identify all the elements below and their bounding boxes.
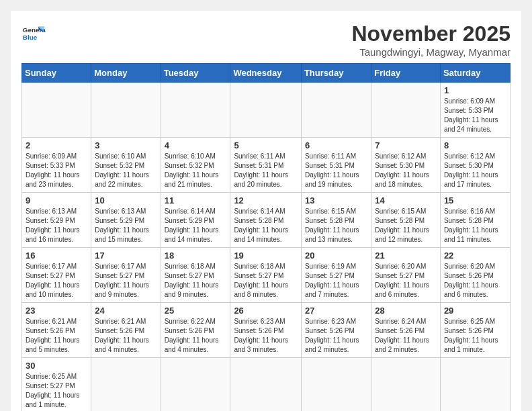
- day-number: 29: [444, 306, 506, 316]
- calendar-cell: 16Sunrise: 6:17 AM Sunset: 5:27 PM Dayli…: [22, 248, 91, 303]
- week-row-3: 9Sunrise: 6:13 AM Sunset: 5:29 PM Daylig…: [22, 193, 511, 248]
- location: Taungdwingyi, Magway, Myanmar: [351, 46, 511, 58]
- cell-daylight-text: Sunrise: 6:17 AM Sunset: 5:27 PM Dayligh…: [95, 262, 157, 300]
- week-row-2: 2Sunrise: 6:09 AM Sunset: 5:33 PM Daylig…: [22, 138, 511, 193]
- cell-daylight-text: Sunrise: 6:09 AM Sunset: 5:33 PM Dayligh…: [26, 152, 87, 189]
- calendar-cell: 24Sunrise: 6:21 AM Sunset: 5:26 PM Dayli…: [91, 303, 161, 358]
- cell-daylight-text: Sunrise: 6:14 AM Sunset: 5:28 PM Dayligh…: [234, 207, 298, 244]
- day-number: 10: [95, 195, 157, 205]
- cell-daylight-text: Sunrise: 6:23 AM Sunset: 5:26 PM Dayligh…: [305, 317, 367, 355]
- day-number: 25: [165, 306, 227, 316]
- calendar-cell: [301, 358, 371, 412]
- calendar-cell: 23Sunrise: 6:21 AM Sunset: 5:26 PM Dayli…: [22, 303, 91, 358]
- cell-daylight-text: Sunrise: 6:16 AM Sunset: 5:28 PM Dayligh…: [444, 207, 506, 244]
- calendar-cell: [230, 83, 302, 138]
- cell-daylight-text: Sunrise: 6:24 AM Sunset: 5:26 PM Dayligh…: [375, 317, 437, 355]
- weekday-header-row: SundayMondayTuesdayWednesdayThursdayFrid…: [22, 64, 511, 83]
- day-number: 23: [26, 306, 87, 316]
- month-title: November 2025: [351, 21, 511, 46]
- calendar-cell: 4Sunrise: 6:10 AM Sunset: 5:32 PM Daylig…: [161, 138, 230, 193]
- day-number: 8: [444, 140, 506, 150]
- calendar-cell: [91, 83, 161, 138]
- day-number: 30: [26, 361, 87, 371]
- day-number: 9: [26, 195, 87, 205]
- cell-daylight-text: Sunrise: 6:13 AM Sunset: 5:29 PM Dayligh…: [95, 207, 157, 244]
- cell-daylight-text: Sunrise: 6:25 AM Sunset: 5:26 PM Dayligh…: [444, 317, 506, 355]
- weekday-header-saturday: Saturday: [440, 64, 510, 83]
- cell-daylight-text: Sunrise: 6:21 AM Sunset: 5:26 PM Dayligh…: [26, 317, 87, 355]
- day-number: 18: [165, 250, 227, 261]
- calendar-cell: 3Sunrise: 6:10 AM Sunset: 5:32 PM Daylig…: [91, 138, 161, 193]
- day-number: 20: [305, 250, 367, 261]
- day-number: 1: [444, 85, 506, 95]
- day-number: 19: [234, 250, 298, 261]
- cell-daylight-text: Sunrise: 6:25 AM Sunset: 5:27 PM Dayligh…: [26, 372, 87, 410]
- cell-daylight-text: Sunrise: 6:14 AM Sunset: 5:29 PM Dayligh…: [165, 207, 227, 244]
- calendar-cell: 27Sunrise: 6:23 AM Sunset: 5:26 PM Dayli…: [301, 303, 371, 358]
- cell-daylight-text: Sunrise: 6:15 AM Sunset: 5:28 PM Dayligh…: [305, 207, 367, 244]
- header: General Blue November 2025 Taungdwingyi,…: [21, 21, 511, 58]
- cell-daylight-text: Sunrise: 6:23 AM Sunset: 5:26 PM Dayligh…: [234, 317, 298, 355]
- calendar-cell: [371, 358, 441, 412]
- cell-daylight-text: Sunrise: 6:21 AM Sunset: 5:26 PM Dayligh…: [95, 317, 157, 355]
- day-number: 11: [165, 195, 227, 205]
- calendar-cell: [371, 83, 441, 138]
- day-number: 12: [234, 195, 298, 205]
- calendar-cell: [301, 83, 371, 138]
- calendar-cell: 14Sunrise: 6:15 AM Sunset: 5:28 PM Dayli…: [371, 193, 441, 248]
- calendar-cell: 21Sunrise: 6:20 AM Sunset: 5:27 PM Dayli…: [371, 248, 441, 303]
- svg-text:Blue: Blue: [23, 34, 38, 41]
- calendar-cell: 25Sunrise: 6:22 AM Sunset: 5:26 PM Dayli…: [161, 303, 230, 358]
- calendar-cell: 5Sunrise: 6:11 AM Sunset: 5:31 PM Daylig…: [230, 138, 302, 193]
- day-number: 5: [234, 140, 298, 150]
- calendar-cell: 10Sunrise: 6:13 AM Sunset: 5:29 PM Dayli…: [91, 193, 161, 248]
- cell-daylight-text: Sunrise: 6:13 AM Sunset: 5:29 PM Dayligh…: [26, 207, 87, 244]
- day-number: 14: [375, 195, 437, 205]
- page: General Blue November 2025 Taungdwingyi,…: [11, 11, 521, 411]
- cell-daylight-text: Sunrise: 6:11 AM Sunset: 5:31 PM Dayligh…: [234, 152, 298, 189]
- calendar-cell: 7Sunrise: 6:12 AM Sunset: 5:30 PM Daylig…: [371, 138, 441, 193]
- day-number: 7: [375, 140, 437, 150]
- weekday-header-tuesday: Tuesday: [161, 64, 230, 83]
- cell-daylight-text: Sunrise: 6:18 AM Sunset: 5:27 PM Dayligh…: [234, 262, 298, 300]
- logo: General Blue: [21, 21, 46, 46]
- cell-daylight-text: Sunrise: 6:09 AM Sunset: 5:33 PM Dayligh…: [444, 97, 506, 134]
- weekday-header-monday: Monday: [91, 64, 161, 83]
- calendar-cell: [230, 358, 302, 412]
- calendar-cell: 9Sunrise: 6:13 AM Sunset: 5:29 PM Daylig…: [22, 193, 91, 248]
- calendar-cell: 8Sunrise: 6:12 AM Sunset: 5:30 PM Daylig…: [440, 138, 510, 193]
- cell-daylight-text: Sunrise: 6:12 AM Sunset: 5:30 PM Dayligh…: [444, 152, 506, 189]
- calendar-cell: 28Sunrise: 6:24 AM Sunset: 5:26 PM Dayli…: [371, 303, 441, 358]
- cell-daylight-text: Sunrise: 6:12 AM Sunset: 5:30 PM Dayligh…: [375, 152, 437, 189]
- weekday-header-wednesday: Wednesday: [230, 64, 302, 83]
- week-row-6: 30Sunrise: 6:25 AM Sunset: 5:27 PM Dayli…: [22, 358, 511, 412]
- cell-daylight-text: Sunrise: 6:20 AM Sunset: 5:26 PM Dayligh…: [444, 262, 506, 300]
- day-number: 22: [444, 250, 506, 261]
- week-row-4: 16Sunrise: 6:17 AM Sunset: 5:27 PM Dayli…: [22, 248, 511, 303]
- calendar-cell: [161, 83, 230, 138]
- weekday-header-sunday: Sunday: [22, 64, 91, 83]
- cell-daylight-text: Sunrise: 6:10 AM Sunset: 5:32 PM Dayligh…: [95, 152, 157, 189]
- calendar-cell: 18Sunrise: 6:18 AM Sunset: 5:27 PM Dayli…: [161, 248, 230, 303]
- cell-daylight-text: Sunrise: 6:15 AM Sunset: 5:28 PM Dayligh…: [375, 207, 437, 244]
- calendar-cell: 29Sunrise: 6:25 AM Sunset: 5:26 PM Dayli…: [440, 303, 510, 358]
- calendar-cell: [22, 83, 91, 138]
- calendar-cell: 6Sunrise: 6:11 AM Sunset: 5:31 PM Daylig…: [301, 138, 371, 193]
- day-number: 3: [95, 140, 157, 150]
- cell-daylight-text: Sunrise: 6:11 AM Sunset: 5:31 PM Dayligh…: [305, 152, 367, 189]
- calendar-cell: 11Sunrise: 6:14 AM Sunset: 5:29 PM Dayli…: [161, 193, 230, 248]
- cell-daylight-text: Sunrise: 6:17 AM Sunset: 5:27 PM Dayligh…: [26, 262, 87, 300]
- day-number: 17: [95, 250, 157, 261]
- calendar-cell: 2Sunrise: 6:09 AM Sunset: 5:33 PM Daylig…: [22, 138, 91, 193]
- calendar-cell: [161, 358, 230, 412]
- calendar-cell: 20Sunrise: 6:19 AM Sunset: 5:27 PM Dayli…: [301, 248, 371, 303]
- calendar-cell: 1Sunrise: 6:09 AM Sunset: 5:33 PM Daylig…: [440, 83, 510, 138]
- cell-daylight-text: Sunrise: 6:22 AM Sunset: 5:26 PM Dayligh…: [165, 317, 227, 355]
- day-number: 4: [165, 140, 227, 150]
- day-number: 27: [305, 306, 367, 316]
- day-number: 13: [305, 195, 367, 205]
- cell-daylight-text: Sunrise: 6:19 AM Sunset: 5:27 PM Dayligh…: [305, 262, 367, 300]
- week-row-1: 1Sunrise: 6:09 AM Sunset: 5:33 PM Daylig…: [22, 83, 511, 138]
- calendar-cell: 15Sunrise: 6:16 AM Sunset: 5:28 PM Dayli…: [440, 193, 510, 248]
- calendar-cell: [440, 358, 510, 412]
